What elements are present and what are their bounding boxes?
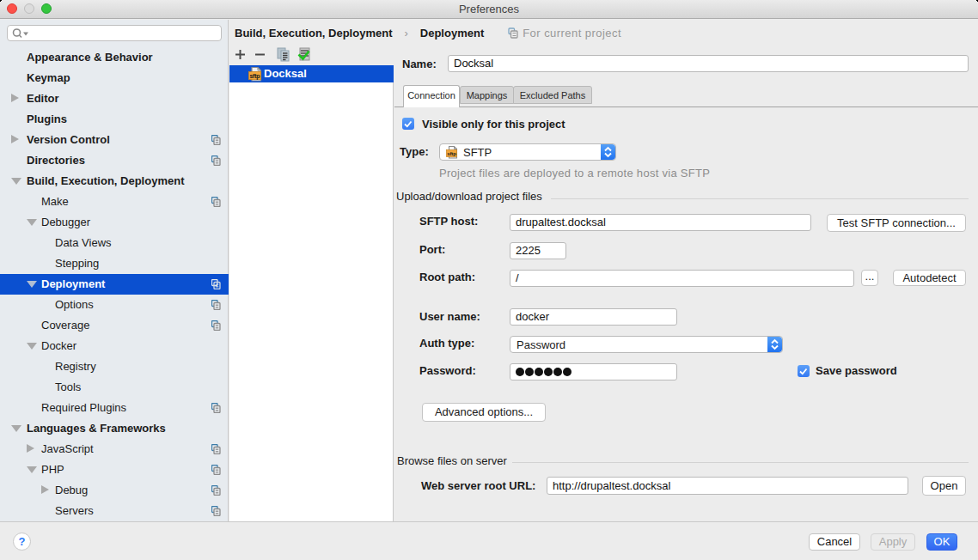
svg-text:sftp: sftp <box>250 73 260 80</box>
svg-text:sftp: sftp <box>447 151 456 156</box>
